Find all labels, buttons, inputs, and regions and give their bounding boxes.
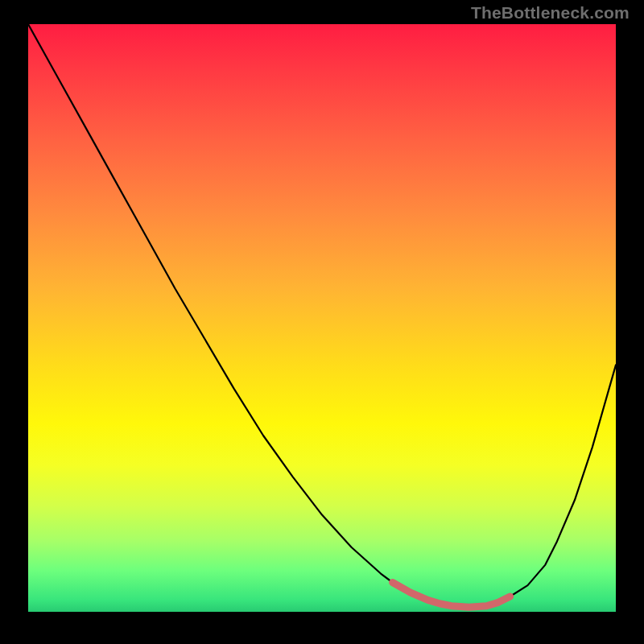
bottleneck-curve bbox=[28, 24, 616, 607]
optimal-range-marker bbox=[393, 583, 510, 608]
chart-curves-svg bbox=[28, 24, 616, 612]
chart-plot-area bbox=[28, 24, 616, 612]
watermark-text: TheBottleneck.com bbox=[471, 3, 630, 23]
